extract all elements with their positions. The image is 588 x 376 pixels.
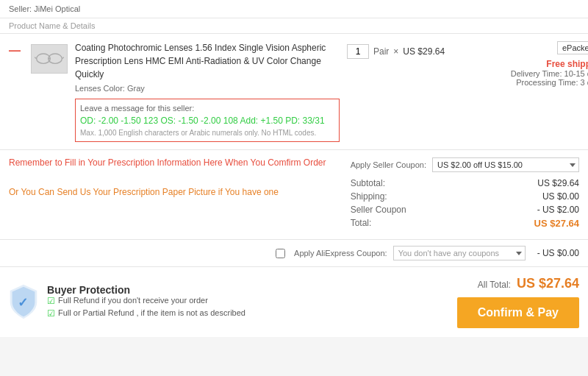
footer: ✓ Buyer Protection ☑ Full Refund if you … bbox=[0, 266, 588, 337]
protection-title: Buyer Protection bbox=[47, 284, 245, 296]
svg-text:✓: ✓ bbox=[18, 294, 28, 309]
order-summary-block: Apply Seller Coupon: US $2.00 off US $15… bbox=[351, 157, 579, 232]
shield-icon: ✓ bbox=[9, 284, 38, 319]
product-info-column: Coating Photochromic Lenses 1.56 Index S… bbox=[75, 41, 340, 142]
product-name: Coating Photochromic Lenses 1.56 Index S… bbox=[75, 41, 340, 81]
confirm-pay-button[interactable]: Confirm & Pay bbox=[457, 297, 579, 328]
delivery-time: Delivery Time: 10-15 days bbox=[494, 69, 588, 78]
product-section: — Coating Photochromic Lenses 1.56 Index… bbox=[0, 34, 588, 150]
protection-text: Buyer Protection ☑ Full Refund if you do… bbox=[47, 284, 245, 321]
check-icon-1: ☑ bbox=[47, 296, 55, 306]
product-dash: — bbox=[9, 44, 24, 57]
message-label: Leave a message for this seller: bbox=[80, 104, 334, 113]
aliexpress-coupon-row: Apply AliExpress Coupon: You don't have … bbox=[0, 239, 588, 266]
seller-label: Seller: bbox=[9, 4, 32, 13]
product-image bbox=[31, 44, 68, 74]
message-box: Leave a message for this seller: OD: -2.… bbox=[75, 99, 340, 142]
seller-bar: Seller: JiMei Optical bbox=[0, 0, 588, 18]
shipping-row: Shipping: US $0.00 bbox=[351, 191, 579, 202]
product-header: Product Name & Details bbox=[0, 18, 588, 34]
reminder-line2: Or You Can Send Us Your Prescription Pap… bbox=[9, 187, 336, 197]
reminder-line1: Remember to Fill in Your Prescription In… bbox=[9, 157, 336, 168]
reminders-summary-section: Remember to Fill in Your Prescription In… bbox=[0, 150, 588, 239]
seller-coupon-row: Apply Seller Coupon: US $2.00 off US $15… bbox=[351, 157, 579, 172]
total-confirm-block: All Total: US $27.64 Confirm & Pay bbox=[457, 276, 579, 328]
reminders-block: Remember to Fill in Your Prescription In… bbox=[9, 157, 336, 232]
aliexpress-coupon-checkbox[interactable] bbox=[276, 249, 285, 258]
seller-coupon-select[interactable]: US $2.00 off US $15.00 bbox=[432, 157, 579, 172]
check-icon-2: ☑ bbox=[47, 308, 55, 319]
message-hint: Max. 1,000 English characters or Arabic … bbox=[80, 129, 334, 137]
shipping-method-select[interactable]: ePacket bbox=[557, 41, 588, 54]
quantity-row: Pair × US $29.64 bbox=[347, 44, 445, 59]
subtotal-row: Subtotal: US $29.64 bbox=[351, 178, 579, 188]
shipping-info: Free shipping Delivery Time: 10-15 days … bbox=[494, 59, 588, 87]
all-total-line: All Total: US $27.64 bbox=[478, 276, 579, 291]
buyer-protection: ✓ Buyer Protection ☑ Full Refund if you … bbox=[9, 284, 245, 321]
seller-coupon-summary-row: Seller Coupon - US $2.00 bbox=[351, 205, 579, 215]
quantity-input[interactable] bbox=[347, 44, 369, 59]
seller-name: JiMei Optical bbox=[34, 4, 80, 13]
processing-time: Processing Time: 3 days bbox=[494, 78, 588, 87]
product-color: Lenses Color: Gray bbox=[75, 84, 340, 93]
aliexpress-coupon-select[interactable]: You don't have any coupons bbox=[393, 246, 526, 260]
protection-item-2: ☑ Full or Partial Refund , if the item i… bbox=[47, 308, 245, 319]
total-row: Total: US $27.64 bbox=[351, 218, 579, 229]
summary-lines: Subtotal: US $29.64 Shipping: US $0.00 S… bbox=[351, 178, 579, 229]
page-wrapper: Seller: JiMei Optical Product Name & Det… bbox=[0, 0, 588, 337]
message-prescription: OD: -2.00 -1.50 123 OS: -1.50 -2.00 108 … bbox=[80, 116, 334, 126]
protection-item-1: ☑ Full Refund if you don't receive your … bbox=[47, 296, 245, 306]
